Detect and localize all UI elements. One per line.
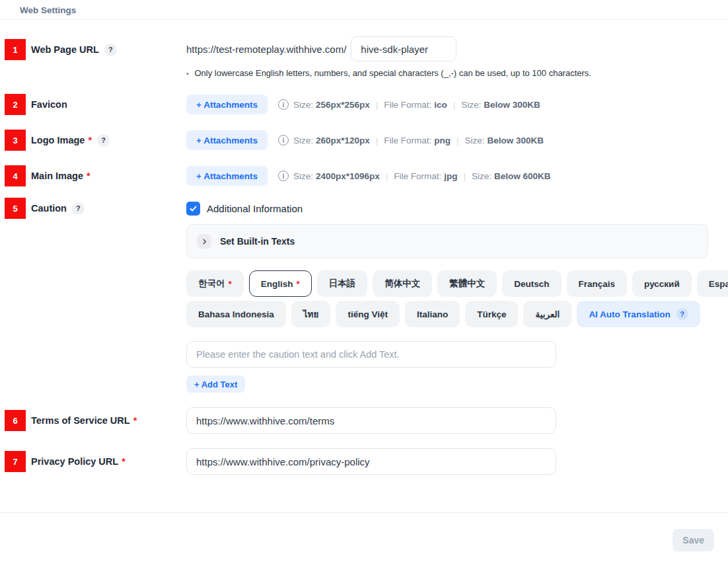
additional-information-checkbox[interactable]	[186, 202, 200, 216]
field-label-privacy-url: Privacy Policy URL *	[31, 456, 126, 467]
field-content-privacy-url	[186, 448, 728, 475]
field-label-text: Caution	[31, 203, 67, 214]
language-chip-label: Italiano	[417, 309, 448, 319]
language-chip-vietnamese[interactable]: tiếng Việt	[336, 301, 400, 327]
save-button[interactable]: Save	[673, 529, 714, 551]
field-left-web-page-url: 1 Web Page URL ?	[0, 36, 186, 63]
field-left-favicon: 2 Favicon	[0, 95, 186, 114]
language-chip-label: English	[261, 279, 293, 289]
required-mark: *	[88, 135, 92, 145]
caution-text-input[interactable]	[186, 341, 556, 368]
web-page-url-input[interactable]	[351, 36, 456, 61]
language-chip-spanish[interactable]: Español	[697, 270, 728, 297]
language-chip-french[interactable]: Français	[567, 270, 628, 297]
ai-auto-translation-button[interactable]: AI Auto Translation?	[577, 301, 700, 327]
format-label: File Format:	[394, 171, 441, 181]
info-icon: i	[278, 171, 289, 181]
ai-auto-translation-label: AI Auto Translation	[589, 309, 670, 319]
language-chip-traditional-chinese[interactable]: 繁體中文	[437, 270, 497, 297]
field-content-favicon: + Attachments i Size: 256px*256px | File…	[186, 95, 728, 114]
field-content-main-image: + Attachments i Size: 2400px*1096px | Fi…	[186, 166, 728, 186]
field-label-text: Terms of Service URL	[31, 415, 130, 426]
field-label-main-image: Main Image *	[31, 171, 91, 181]
required-mark: *	[133, 415, 137, 426]
field-label-text: Main Image	[31, 171, 83, 181]
language-tabs-row-2: Bahasa Indonesia ไทย tiếng Việt Italiano…	[186, 301, 728, 327]
attachments-button[interactable]: + Attachments	[186, 166, 268, 186]
language-chip-label: 繁體中文	[449, 278, 485, 290]
attachments-button[interactable]: + Attachments	[186, 130, 268, 150]
main-image-info-line: i Size: 2400px*1096px | File Format: jpg…	[278, 171, 551, 181]
field-left-terms-url: 6 Terms of Service URL *	[0, 407, 186, 434]
language-chip-label: ไทย	[303, 307, 319, 321]
set-built-in-texts-panel[interactable]: Set Built-in Texts	[186, 224, 708, 259]
format-label: File Format:	[384, 136, 431, 145]
info-icon: i	[278, 135, 289, 145]
field-label-text: Favicon	[31, 99, 67, 110]
help-icon[interactable]: ?	[97, 134, 110, 147]
language-chip-italian[interactable]: Italiano	[405, 301, 460, 327]
size-label: Size:	[293, 136, 313, 145]
language-chip-english[interactable]: English*	[249, 270, 312, 297]
filesize-value: Below 600KB	[494, 171, 551, 181]
field-number-badge: 7	[5, 451, 26, 472]
field-row-caution: 5 Caution ? Additional Information	[0, 200, 728, 393]
language-chip-indonesian[interactable]: Bahasa Indonesia	[186, 301, 286, 327]
field-number-badge: 2	[5, 94, 26, 115]
attachments-button[interactable]: + Attachments	[186, 95, 268, 114]
separator: |	[464, 171, 466, 181]
field-row-logo-image: 3 Logo Image * ? + Attachments i Size: 2…	[0, 130, 728, 150]
filesize-value: Below 300KB	[488, 136, 544, 145]
help-icon[interactable]: ?	[676, 308, 688, 320]
language-chip-label: Français	[579, 279, 616, 289]
field-label-caution: Caution ?	[31, 202, 85, 215]
field-row-favicon: 2 Favicon + Attachments i Size: 256px*25…	[0, 95, 728, 114]
language-chip-german[interactable]: Deutsch	[502, 270, 561, 297]
size-value: 2400px*1096px	[316, 171, 380, 181]
language-chip-arabic[interactable]: العربية	[523, 301, 571, 327]
main-image-attach-line: + Attachments i Size: 2400px*1096px | Fi…	[186, 166, 728, 186]
language-chip-japanese[interactable]: 日本語	[317, 270, 368, 297]
language-chip-russian[interactable]: русский	[632, 270, 692, 297]
language-chip-turkish[interactable]: Türkçe	[465, 301, 518, 327]
separator: |	[376, 136, 379, 145]
help-icon[interactable]: ?	[104, 44, 117, 56]
privacy-policy-url-input[interactable]	[186, 448, 556, 475]
format-label: File Format:	[384, 100, 431, 110]
field-content-web-page-url: https://test-remoteplay.withhive.com/ • …	[186, 36, 728, 78]
language-chip-korean[interactable]: 한국어*	[186, 270, 244, 297]
field-label-text: Web Page URL	[31, 44, 99, 55]
required-mark: *	[229, 279, 232, 289]
separator: |	[386, 171, 388, 181]
field-left-privacy-url: 7 Privacy Policy URL *	[0, 448, 186, 475]
size-value: 256px*256px	[316, 100, 370, 110]
filesize-label: Size:	[472, 171, 491, 181]
info-icon: i	[278, 99, 289, 110]
language-chip-label: Bahasa Indonesia	[198, 309, 274, 319]
field-label-web-page-url: Web Page URL ?	[31, 44, 117, 56]
field-label-text: Privacy Policy URL	[31, 456, 118, 467]
field-left-main-image: 4 Main Image *	[0, 166, 186, 186]
required-mark: *	[122, 456, 126, 467]
terms-of-service-url-input[interactable]	[186, 407, 556, 434]
language-chip-label: 한국어	[198, 278, 225, 290]
web-settings-page: Web Settings 1 Web Page URL ? https://te…	[0, 0, 728, 562]
favicon-attach-line: + Attachments i Size: 256px*256px | File…	[186, 95, 728, 114]
language-chip-thai[interactable]: ไทย	[291, 301, 331, 327]
required-mark: *	[297, 279, 300, 289]
help-icon[interactable]: ?	[72, 202, 85, 215]
field-content-logo-image: + Attachments i Size: 260px*120px | File…	[186, 130, 728, 150]
size-label: Size:	[293, 171, 313, 181]
field-row-web-page-url: 1 Web Page URL ? https://test-remoteplay…	[0, 36, 728, 78]
size-label: Size:	[293, 100, 313, 110]
additional-information-option: Additional Information	[186, 200, 728, 216]
language-chip-label: Deutsch	[514, 279, 549, 289]
field-number-badge: 6	[5, 410, 26, 431]
field-number-badge: 5	[5, 198, 26, 219]
helper-bullet: •	[186, 69, 189, 77]
chevron-right-icon[interactable]	[197, 234, 211, 249]
add-text-button[interactable]: + Add Text	[186, 376, 245, 393]
language-chip-simplified-chinese[interactable]: 简体中文	[373, 270, 432, 297]
url-prefix-text: https://test-remoteplay.withhive.com/	[186, 44, 346, 55]
field-number-badge: 4	[5, 165, 26, 186]
